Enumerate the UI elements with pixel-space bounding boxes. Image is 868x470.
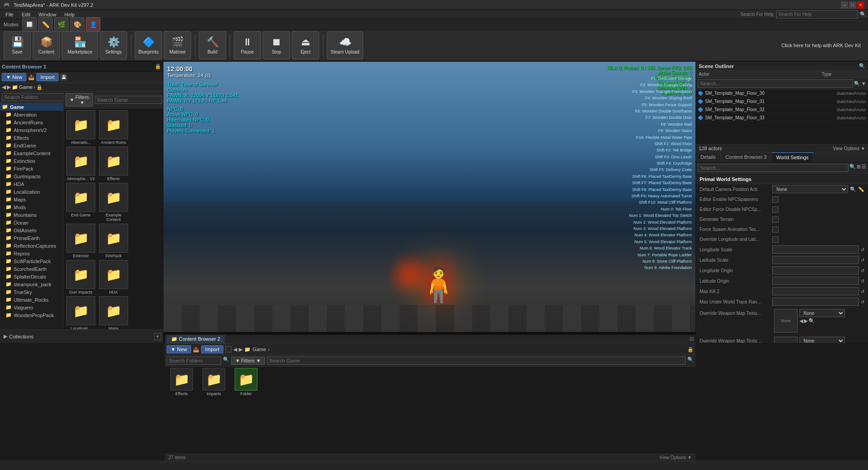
table-row[interactable]: 🔷 SM_Template_Map_Floor_33 StaticMeshAct…	[696, 114, 868, 122]
weapon-tex-1-nav2[interactable]: ▶	[804, 318, 808, 324]
tree-scorched[interactable]: 📁 ScorchedEarth	[0, 265, 63, 273]
spawn-anim-checkbox[interactable]	[772, 226, 779, 233]
list-view-icon[interactable]: ☰	[862, 164, 866, 172]
list-item[interactable]: 📁 Effects	[98, 147, 129, 181]
cb2-tab-active[interactable]: 📁 Content Browser 2	[167, 335, 225, 343]
camera-search-icon[interactable]: 🔍	[850, 186, 856, 192]
table-row[interactable]: 🔷 SM_Template_Map_Floor_30 StaticMeshAct…	[696, 89, 868, 98]
settings-button[interactable]: ⚙️ Settings	[100, 31, 127, 59]
search-help-icon[interactable]: 🔍	[860, 11, 866, 17]
longscale-reset-icon[interactable]: ↺	[861, 247, 864, 252]
tree-ultimate-rocks[interactable]: 📁 Ultimate_Rocks	[0, 296, 63, 304]
cb2-new-button[interactable]: ▼ New	[167, 345, 191, 353]
filters-button[interactable]: ▼ Filters ▼	[65, 93, 93, 107]
view-options-btn[interactable]: View Options ▼	[833, 146, 865, 151]
tree-localization[interactable]: 📁 Localization	[0, 188, 63, 196]
matinee-button[interactable]: 🎬 Matinee	[164, 31, 191, 59]
maxunderworld-reset-icon[interactable]: ↺	[861, 299, 864, 304]
tree-wooden[interactable]: 📁 WoodenPropPack	[0, 311, 63, 319]
list-item[interactable]: 📁 Extinctor	[65, 224, 96, 258]
cb2-search-icon[interactable]: 🔍	[223, 357, 229, 365]
filter-icon[interactable]: ▼	[861, 81, 866, 86]
cb2-filters-button[interactable]: ▼ Filters ▼	[231, 357, 265, 365]
asset-search-input[interactable]	[95, 96, 162, 104]
minimize-button[interactable]: ─	[841, 1, 848, 9]
longorigin-reset-icon[interactable]: ↺	[861, 268, 864, 273]
tree-effects[interactable]: 📁 Effects	[0, 134, 63, 142]
mode-btn-3[interactable]: 🌿	[54, 17, 69, 32]
cb2-search-input[interactable]	[267, 357, 686, 365]
maxkillz-reset-icon[interactable]: ↺	[861, 289, 864, 294]
tree-primalearth[interactable]: 📁 PrimalEarth	[0, 234, 63, 242]
list-item[interactable]: 📁 FirePack	[98, 224, 129, 258]
pause-button[interactable]: ⏸ Pause	[234, 31, 261, 59]
tree-ocean[interactable]: 📁 Ocean	[0, 219, 63, 226]
tree-steampunk[interactable]: 📁 steampunk_pack	[0, 280, 63, 288]
maximize-button[interactable]: □	[849, 1, 856, 9]
search-folders-input[interactable]	[2, 93, 64, 101]
tree-examplecontent[interactable]: 📁 ExampleContent	[0, 149, 63, 157]
weapon-tex-1-nav[interactable]: ◀	[799, 318, 803, 324]
eject-button[interactable]: ⏏ Eject	[292, 31, 319, 59]
nav-back-button[interactable]: ◀	[2, 84, 6, 90]
tree-gunimpacts[interactable]: 📁 GunImpacts	[0, 172, 63, 180]
tree-truesky[interactable]: 📁 TrueSky	[0, 288, 63, 296]
tree-splatter[interactable]: 📁 SplatterDecals	[0, 273, 63, 280]
latscale-reset-icon[interactable]: ↺	[861, 258, 864, 263]
tree-mountains[interactable]: 📁 Mountains	[0, 211, 63, 219]
forcedisable-checkbox[interactable]	[772, 206, 779, 213]
maxunderworld-input[interactable]: 30000.0	[772, 298, 859, 306]
tree-scifi[interactable]: 📁 ScifiParticlePack	[0, 257, 63, 265]
latscale-input[interactable]: 0.0	[772, 256, 859, 264]
cb2-asset-search-icon[interactable]: 🔍	[687, 357, 694, 365]
cb2-nav-forward[interactable]: ▶	[239, 347, 242, 352]
mode-btn-4[interactable]: 🎨	[70, 17, 84, 32]
table-row[interactable]: 🔷 SM_Template_Map_Floor_31 StaticMeshAct…	[696, 98, 868, 106]
build-button[interactable]: 🔨 Build	[199, 31, 226, 59]
terrain-checkbox[interactable]	[772, 216, 779, 223]
outliner-search-input[interactable]	[698, 79, 853, 88]
tree-atmospherev2[interactable]: 📁 AtmosphereV2	[0, 126, 63, 134]
mode-btn-2[interactable]: ✏️	[38, 17, 53, 32]
list-item[interactable]: 📁 Localizati...	[65, 296, 96, 331]
list-item[interactable]: 📁 Ancient Ruins	[98, 110, 129, 145]
tree-aberration[interactable]: 📁 Aberration	[0, 111, 63, 118]
cb2-drag-icon[interactable]: ⊡	[690, 336, 694, 342]
list-item[interactable]: 📁 Aberratio...	[65, 110, 96, 145]
list-item[interactable]: 📁 Effects	[166, 368, 197, 396]
mode-btn-1[interactable]: 🔲	[22, 17, 37, 32]
tree-oldassets[interactable]: 📁 OldAssets	[0, 226, 63, 234]
weapon-tex-2-dropdown[interactable]: None	[799, 337, 845, 343]
import-button[interactable]: Import	[36, 73, 59, 81]
close-button[interactable]: ✕	[857, 1, 864, 9]
longscale-input[interactable]: 0.0	[772, 245, 859, 254]
weapon-tex-1-search[interactable]: 🔍	[809, 318, 815, 324]
menu-file[interactable]: File	[2, 11, 17, 18]
longlat-checkbox[interactable]	[772, 236, 779, 243]
latorigin-reset-icon[interactable]: ↺	[861, 279, 864, 284]
tree-extinction[interactable]: 📁 Extinction	[0, 157, 63, 165]
game-tree-item[interactable]: 📁 Game	[0, 103, 63, 111]
camera-dropdown[interactable]: None	[772, 185, 848, 193]
marketplace-button[interactable]: 🏪 Marketplace	[62, 31, 98, 59]
content-button[interactable]: 📦 Content	[33, 31, 60, 59]
tab-world-settings[interactable]: World Settings	[772, 152, 814, 162]
npcspawner-checkbox[interactable]	[772, 196, 779, 203]
detail-search-input[interactable]	[698, 164, 848, 172]
tree-valguero[interactable]: 📁 Valguero	[0, 304, 63, 311]
tree-ancientruins[interactable]: 📁 AncientRuins	[0, 118, 63, 126]
table-row[interactable]: 🔷 SM_Template_Map_Floor_32 StaticMeshAct…	[696, 106, 868, 114]
list-item[interactable]: 📁 Atmosphe... V2	[65, 147, 96, 181]
longorigin-input[interactable]: 0.0	[772, 266, 859, 274]
mode-btn-5[interactable]: 👤	[86, 17, 100, 32]
list-item[interactable]: 📁 Impacts	[198, 368, 229, 396]
tree-mods[interactable]: 📁 Mods	[0, 203, 63, 211]
steam-upload-button[interactable]: ☁️ Steam Upload	[327, 31, 363, 59]
viewport[interactable]: 🧍 12:00:00 Temperature: 24 (c) Tribe: Tr…	[163, 62, 695, 343]
list-item[interactable]: 📁 Maps	[98, 296, 129, 331]
list-item[interactable]: 📁 Gun Impacts	[65, 260, 96, 294]
list-item[interactable]: 📁 HDA	[98, 260, 129, 294]
tree-hda[interactable]: 📁 HDA	[0, 180, 63, 188]
list-item[interactable]: 📁 Folder	[231, 368, 261, 396]
tab-details[interactable]: Details	[696, 152, 721, 162]
